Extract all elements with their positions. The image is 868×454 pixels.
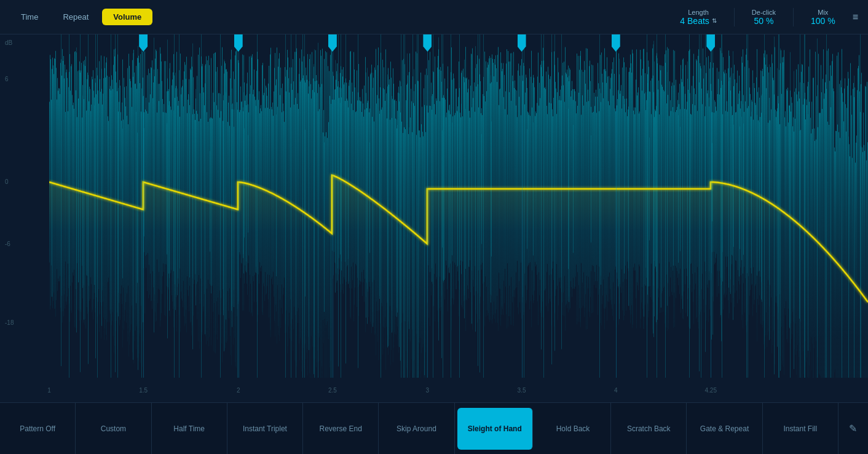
pattern-btn-instant-fill[interactable]: Instant Fill: [763, 403, 838, 455]
pattern-btn-sleight-of-hand[interactable]: Sleight of Hand: [457, 408, 533, 450]
declick-label: De-click: [752, 9, 776, 16]
segment-line: [711, 34, 711, 378]
declick-value: 50 %: [754, 16, 773, 26]
pattern-btn-custom[interactable]: Custom: [76, 403, 151, 455]
tab-repeat[interactable]: Repeat: [52, 9, 100, 25]
tab-volume[interactable]: Volume: [102, 9, 152, 25]
timeline-marker: 4: [614, 387, 618, 394]
length-value[interactable]: 4 Beats ⇅: [680, 16, 716, 26]
divider-1: [734, 8, 735, 26]
pattern-btn-reverse-end[interactable]: Reverse End: [303, 403, 379, 455]
db-labels: 6 0 -6 -18: [0, 34, 49, 378]
segment-line: [333, 34, 333, 378]
bottom-toolbar: Pattern OffCustomHalf TimeInstant Triple…: [0, 402, 868, 454]
mix-value: 100 %: [811, 16, 835, 26]
pattern-btn-instant-triplet[interactable]: Instant Triplet: [227, 403, 303, 455]
mix-label: Mix: [818, 9, 828, 16]
declick-control[interactable]: De-click 50 %: [752, 9, 776, 26]
db-label-neg18: -18: [5, 319, 14, 326]
timeline-marker: 1: [47, 387, 51, 394]
segment-line: [427, 34, 428, 378]
segment-line: [143, 34, 144, 378]
header-controls: Length 4 Beats ⇅ De-click 50 % Mix 100 %…: [680, 8, 858, 26]
header-tabs: Time Repeat Volume: [10, 9, 152, 25]
timeline-marker: 3: [426, 387, 430, 394]
length-label: Length: [688, 9, 709, 16]
db-label-0: 0: [5, 178, 9, 185]
segment-line: [616, 34, 617, 378]
length-spinner-icon: ⇅: [712, 17, 717, 24]
timeline-marker: 3.5: [518, 387, 526, 394]
header: Time Repeat Volume Length 4 Beats ⇅ De-c…: [0, 0, 868, 34]
segment-line: [239, 34, 239, 378]
timeline-marker: 1.5: [139, 387, 148, 394]
timeline-marker: 4.25: [705, 387, 717, 394]
waveform-area: dB 6 0 -6 -18 11.522.533.544.25: [0, 34, 868, 402]
divider-2: [793, 8, 794, 26]
mix-settings-icon[interactable]: ≡: [853, 12, 858, 23]
edit-icon-button[interactable]: ✎: [838, 403, 868, 455]
segment-line: [522, 34, 523, 378]
pattern-btn-half-time[interactable]: Half Time: [152, 403, 227, 455]
pattern-btn-hold-back[interactable]: Hold Back: [535, 403, 611, 455]
timeline: 11.522.533.544.25: [49, 378, 868, 402]
mix-control[interactable]: Mix 100 %: [811, 9, 835, 26]
timeline-marker: 2.5: [328, 387, 337, 394]
tab-time[interactable]: Time: [10, 9, 49, 25]
db-label-neg6: -6: [5, 241, 10, 247]
pattern-btn-skip-around[interactable]: Skip Around: [379, 403, 454, 455]
length-control[interactable]: Length 4 Beats ⇅: [680, 9, 716, 26]
waveform-canvas: [49, 34, 868, 378]
db-label-6: 6: [5, 76, 9, 82]
pattern-btn-scratch-back[interactable]: Scratch Back: [611, 403, 687, 455]
pattern-btn-gate-&-repeat[interactable]: Gate & Repeat: [687, 403, 762, 455]
timeline-marker: 2: [237, 387, 240, 394]
pattern-btn-pattern-off[interactable]: Pattern Off: [0, 403, 76, 455]
